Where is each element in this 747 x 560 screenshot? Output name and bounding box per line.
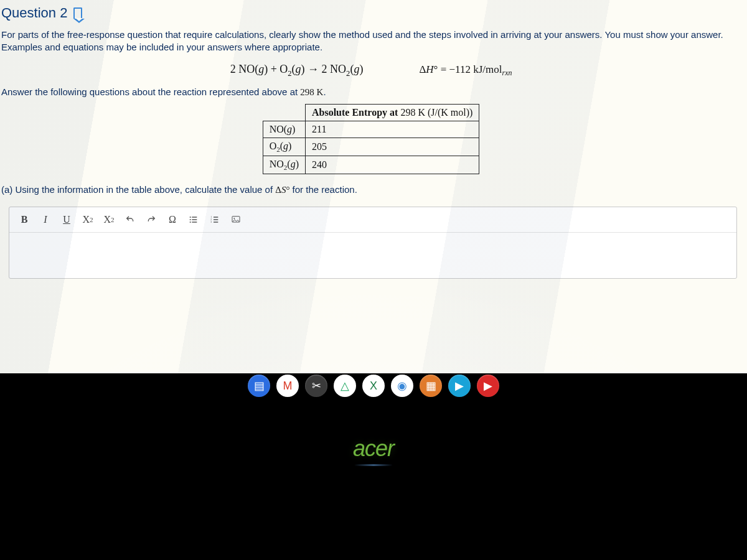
numbered-list-button[interactable]: 123 [205, 211, 225, 228]
table-row: NO2(g) 240 [263, 156, 479, 174]
editor-toolbar: B I U X2 X2 Ω 123 [9, 207, 736, 233]
entropy-table: Absolute Entropy at 298 K (J/(K mol)) NO… [263, 104, 480, 174]
gmail-icon[interactable]: M [276, 375, 299, 397]
subscript-button[interactable]: X2 [99, 211, 119, 228]
value-cell: 211 [305, 121, 479, 138]
numbered-list-icon: 123 [210, 215, 220, 225]
redo-icon [146, 215, 156, 225]
undo-icon [125, 215, 135, 225]
table-row: NO(g) 211 [263, 121, 479, 138]
species-cell: O2(g) [263, 138, 305, 156]
reaction-formula: 2 NO(g) + O2(g) → 2 NO2(g) [230, 63, 364, 78]
species-cell: NO2(g) [263, 156, 305, 174]
image-button[interactable] [226, 211, 246, 228]
delta-h-value: ΔH° = −112 kJ/molrxn [419, 63, 512, 78]
editor-textarea[interactable] [9, 233, 736, 278]
instructions-text: For parts of the free-response question … [0, 29, 742, 59]
chrome-icon[interactable]: ◉ [391, 375, 413, 397]
superscript-button[interactable]: X2 [78, 211, 98, 228]
question-title: Question 2 [1, 5, 67, 21]
species-cell: NO(g) [263, 121, 305, 138]
play-icon[interactable]: ▶ [448, 375, 471, 397]
bold-button[interactable]: B [14, 211, 34, 228]
reaction-equation: 2 NO(g) + O2(g) → 2 NO2(g) ΔH° = −112 kJ… [0, 59, 742, 86]
table-row: O2(g) 205 [263, 138, 479, 156]
svg-point-1 [190, 219, 191, 220]
question-header: Question 2 [0, 4, 742, 29]
value-cell: 205 [305, 138, 479, 156]
excel-icon[interactable]: X [362, 375, 385, 397]
calendar-icon[interactable]: ▦ [420, 375, 442, 397]
svg-point-2 [190, 222, 191, 223]
image-icon [231, 215, 241, 225]
bookmark-icon[interactable] [73, 7, 82, 19]
youtube-icon[interactable]: ▶ [477, 375, 499, 397]
undo-button[interactable] [120, 211, 140, 228]
question-panel: Question 2 For parts of the free-respons… [0, 0, 747, 373]
underline-button[interactable]: U [57, 211, 77, 228]
svg-point-7 [233, 218, 235, 219]
laptop-brand-logo: acer [353, 436, 394, 466]
value-cell: 240 [305, 156, 479, 174]
italic-button[interactable]: I [35, 211, 55, 228]
answer-editor[interactable]: B I U X2 X2 Ω 123 [9, 207, 737, 279]
drive-icon[interactable]: △ [334, 375, 356, 397]
omega-button[interactable]: Ω [162, 211, 182, 228]
bullet-list-icon [189, 215, 199, 225]
table-blank-header [263, 105, 305, 121]
os-taskbar: ▤M✂△X◉▦▶▶ [0, 371, 747, 401]
snip-icon[interactable]: ✂ [305, 375, 327, 397]
bullet-list-button[interactable] [184, 211, 204, 228]
docs-icon[interactable]: ▤ [248, 375, 270, 397]
context-prompt: Answer the following questions about the… [0, 85, 742, 104]
redo-button[interactable] [141, 211, 161, 228]
svg-text:3: 3 [210, 221, 212, 224]
svg-point-0 [190, 217, 191, 218]
part-a-prompt: (a) Using the information in the table a… [0, 183, 742, 204]
table-header: Absolute Entropy at 298 K (J/(K mol)) [305, 105, 479, 121]
